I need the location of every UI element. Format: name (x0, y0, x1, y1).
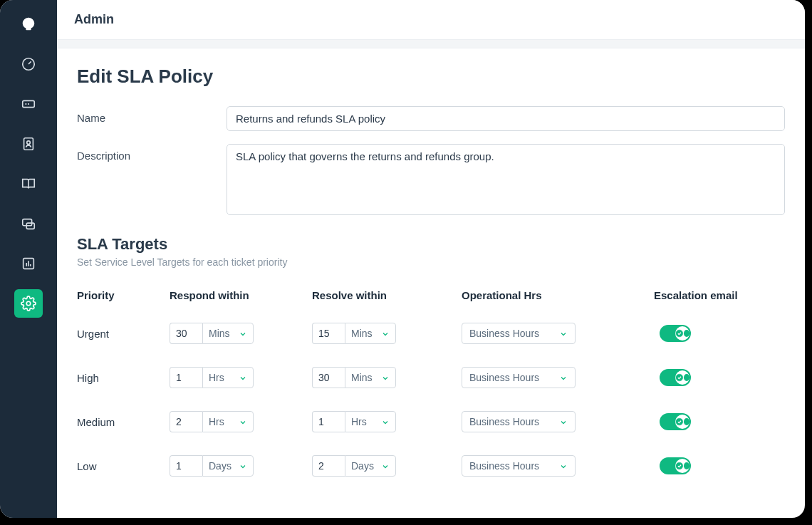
sidebar-item-tickets[interactable] (14, 90, 43, 118)
escalation-cell (654, 413, 785, 430)
toggle-knob-check-icon (675, 415, 689, 429)
escalation-toggle[interactable] (660, 413, 691, 430)
svg-point-12 (676, 462, 683, 469)
ophours-cell: Business Hours (462, 367, 654, 388)
ophours-select[interactable]: Business Hours (462, 411, 576, 432)
targets-title: SLA Targets (77, 235, 785, 254)
escalation-cell (654, 457, 785, 474)
table-row: HighHrsMinsBusiness Hours (77, 367, 785, 388)
sidebar-nav (0, 0, 57, 518)
respond-value-input[interactable] (170, 411, 202, 432)
ophours-label: Business Hours (469, 416, 539, 427)
chevron-down-icon (559, 462, 568, 470)
toggle-knob-check-icon (675, 326, 689, 341)
toggle-knob-check-icon (675, 459, 689, 473)
ophours-label: Business Hours (469, 328, 539, 339)
respond-value-input[interactable] (170, 455, 202, 477)
escalation-toggle[interactable] (660, 457, 691, 474)
chevron-down-icon (559, 329, 568, 338)
resolve-value-input[interactable] (312, 367, 345, 388)
chevron-down-icon (381, 462, 390, 470)
sidebar-item-settings[interactable] (14, 289, 43, 318)
respond-unit-label: Hrs (209, 416, 224, 427)
respond-within-group: Hrs (170, 367, 312, 388)
escalation-toggle[interactable] (660, 325, 691, 342)
ophours-label: Business Hours (469, 372, 539, 383)
resolve-within-group: Mins (312, 323, 462, 344)
th-ophours: Operational Hrs (462, 289, 654, 301)
ophours-select[interactable]: Business Hours (462, 455, 576, 477)
logo-icon[interactable] (14, 10, 43, 38)
resolve-within-group: Mins (312, 367, 462, 388)
svg-point-10 (676, 374, 683, 381)
resolve-unit-label: Days (351, 460, 374, 472)
chevron-down-icon (381, 417, 390, 426)
chevron-down-icon (381, 373, 390, 382)
chevron-down-icon (559, 417, 568, 426)
respond-unit-select[interactable]: Hrs (202, 411, 254, 432)
page-title: Edit SLA Policy (77, 66, 785, 88)
ophours-cell: Business Hours (462, 411, 654, 432)
toggle-knob-check-icon (675, 370, 689, 385)
name-input[interactable] (227, 106, 785, 131)
svg-point-2 (28, 103, 29, 105)
ophours-cell: Business Hours (462, 323, 654, 344)
ophours-cell: Business Hours (462, 455, 654, 477)
divider-strip (57, 40, 805, 48)
resolve-value-input[interactable] (312, 323, 345, 344)
resolve-unit-label: Mins (351, 328, 373, 339)
description-textarea[interactable]: SLA policy that governs the returns and … (227, 144, 785, 215)
respond-within-group: Mins (170, 323, 312, 344)
ophours-select[interactable]: Business Hours (462, 323, 576, 344)
svg-point-11 (676, 418, 683, 425)
priority-label: High (77, 372, 170, 384)
ophours-select[interactable]: Business Hours (462, 367, 576, 388)
targets-table: Priority Respond within Resolve within O… (77, 289, 785, 477)
th-priority: Priority (77, 289, 170, 301)
priority-label: Medium (77, 416, 170, 428)
ophours-label: Business Hours (469, 460, 539, 472)
resolve-within-group: Days (312, 455, 462, 477)
respond-value-input[interactable] (170, 323, 202, 344)
content-scroll: Edit SLA Policy Name Description SLA pol… (57, 48, 805, 518)
svg-point-1 (25, 103, 26, 105)
resolve-unit-select[interactable]: Mins (345, 323, 396, 344)
sidebar-item-knowledge-base[interactable] (14, 170, 43, 198)
th-respond: Respond within (170, 289, 312, 301)
topbar-title: Admin (74, 12, 114, 27)
respond-unit-select[interactable]: Hrs (202, 367, 254, 388)
respond-unit-select[interactable]: Days (202, 455, 254, 477)
escalation-toggle[interactable] (660, 369, 691, 386)
resolve-value-input[interactable] (312, 411, 345, 432)
chevron-down-icon (239, 329, 247, 338)
resolve-within-group: Hrs (312, 411, 462, 432)
form-row-description: Description SLA policy that governs the … (77, 144, 785, 218)
resolve-value-input[interactable] (312, 455, 345, 477)
respond-within-group: Hrs (170, 411, 312, 432)
escalation-cell (654, 369, 785, 386)
respond-unit-label: Days (209, 460, 231, 472)
respond-unit-select[interactable]: Mins (202, 323, 254, 344)
form-row-name: Name (77, 106, 785, 131)
svg-point-4 (27, 141, 31, 145)
resolve-unit-label: Mins (351, 372, 373, 383)
svg-point-9 (676, 330, 683, 337)
sidebar-item-chat[interactable] (14, 209, 43, 238)
th-resolve: Resolve within (312, 289, 462, 301)
topbar: Admin (57, 0, 805, 40)
sidebar-item-reports[interactable] (14, 249, 43, 278)
svg-point-8 (26, 301, 31, 306)
name-label: Name (77, 106, 227, 131)
sidebar-item-dashboard[interactable] (14, 50, 43, 78)
respond-unit-label: Hrs (209, 372, 224, 383)
resolve-unit-select[interactable]: Hrs (345, 411, 396, 432)
app-window: Admin Edit SLA Policy Name Description S… (0, 0, 805, 518)
resolve-unit-label: Hrs (351, 416, 367, 427)
resolve-unit-select[interactable]: Mins (345, 367, 396, 388)
respond-within-group: Days (170, 455, 312, 477)
respond-value-input[interactable] (170, 367, 202, 388)
resolve-unit-select[interactable]: Days (345, 455, 396, 477)
chevron-down-icon (559, 373, 568, 382)
sidebar-item-contacts[interactable] (14, 130, 43, 158)
th-escalation: Escalation email (654, 289, 785, 301)
